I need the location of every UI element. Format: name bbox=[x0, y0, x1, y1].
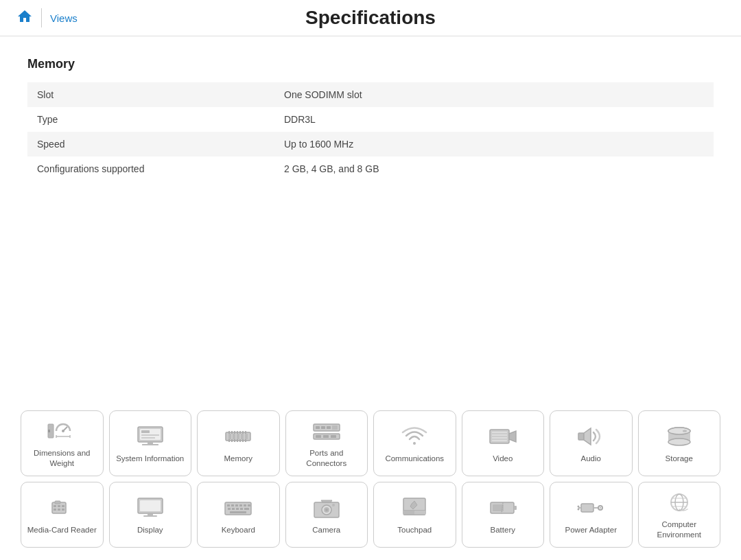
nav-label-storage: Storage bbox=[666, 454, 693, 464]
nav-label-communications: Communications bbox=[385, 454, 444, 464]
svg-rect-1 bbox=[48, 430, 50, 432]
svg-point-43 bbox=[413, 442, 416, 445]
svg-rect-29 bbox=[228, 434, 231, 439]
svg-rect-35 bbox=[316, 426, 320, 429]
nav-label-dimensions-weight: Dimensions and Weight bbox=[25, 448, 99, 469]
display-icon bbox=[134, 495, 167, 521]
section-title: Memory bbox=[27, 57, 714, 71]
nav-item-ports-connectors[interactable]: Ports and Connectors bbox=[285, 410, 368, 476]
svg-rect-73 bbox=[239, 504, 242, 506]
svg-point-102 bbox=[578, 508, 580, 510]
home-icon[interactable] bbox=[16, 8, 33, 27]
svg-rect-96 bbox=[581, 504, 593, 512]
power-adapter-icon bbox=[574, 495, 607, 521]
nav-item-battery[interactable]: Battery bbox=[462, 482, 545, 548]
nav-item-communications[interactable]: Communications bbox=[373, 410, 456, 476]
battery-icon bbox=[486, 495, 519, 521]
svg-rect-60 bbox=[58, 505, 60, 507]
camera-icon bbox=[310, 495, 343, 521]
page-title: Specifications bbox=[305, 7, 436, 29]
svg-rect-41 bbox=[323, 435, 329, 438]
nav-label-touchpad: Touchpad bbox=[397, 525, 432, 535]
svg-rect-17 bbox=[234, 431, 235, 434]
nav-label-camera: Camera bbox=[312, 525, 340, 535]
system-information-icon bbox=[134, 423, 167, 450]
storage-icon bbox=[663, 423, 696, 450]
svg-rect-70 bbox=[227, 504, 230, 506]
nav-item-power-adapter[interactable]: Power Adapter bbox=[550, 482, 633, 548]
keyboard-icon bbox=[222, 495, 255, 521]
spec-value: One SODIMM slot bbox=[274, 82, 714, 107]
nav-item-storage[interactable]: Storage bbox=[638, 410, 721, 476]
nav-label-system-information: System Information bbox=[116, 454, 184, 464]
svg-rect-15 bbox=[228, 431, 230, 434]
svg-rect-10 bbox=[141, 434, 159, 436]
main-content: Memory SlotOne SODIMM slotTypeDDR3LSpeed… bbox=[0, 36, 741, 195]
nav-item-camera[interactable]: Camera bbox=[285, 482, 368, 548]
svg-rect-9 bbox=[141, 430, 150, 433]
nav-item-touchpad[interactable]: Touchpad bbox=[373, 482, 456, 548]
svg-marker-45 bbox=[509, 431, 516, 442]
svg-rect-30 bbox=[233, 434, 235, 439]
svg-rect-16 bbox=[231, 431, 233, 434]
communications-icon bbox=[398, 423, 431, 450]
svg-rect-38 bbox=[332, 425, 338, 430]
svg-rect-11 bbox=[141, 437, 155, 439]
nav-item-video[interactable]: Video bbox=[462, 410, 545, 476]
spec-value: 2 GB, 4 GB, and 8 GB bbox=[274, 156, 714, 181]
svg-rect-67 bbox=[148, 513, 153, 515]
spec-label: Slot bbox=[27, 82, 274, 107]
nav-item-dimensions-weight[interactable]: Dimensions and Weight bbox=[21, 410, 104, 476]
svg-rect-61 bbox=[62, 505, 64, 507]
svg-rect-75 bbox=[248, 504, 250, 506]
svg-rect-72 bbox=[235, 504, 238, 506]
spec-table: SlotOne SODIMM slotTypeDDR3LSpeedUp to 1… bbox=[27, 82, 714, 181]
table-row: SpeedUp to 1600 MHz bbox=[27, 132, 714, 156]
nav-item-system-information[interactable]: System Information bbox=[109, 410, 192, 476]
nav-label-audio: Audio bbox=[581, 454, 601, 464]
nav-item-keyboard[interactable]: Keyboard bbox=[197, 482, 280, 548]
svg-rect-28 bbox=[245, 439, 246, 442]
svg-line-3 bbox=[63, 427, 67, 431]
svg-rect-78 bbox=[236, 508, 239, 510]
computer-environment-icon bbox=[663, 489, 696, 515]
views-link[interactable]: Views bbox=[50, 12, 78, 24]
svg-rect-20 bbox=[242, 431, 244, 434]
header-left: Views bbox=[16, 8, 78, 27]
svg-rect-63 bbox=[58, 509, 60, 511]
svg-rect-93 bbox=[514, 506, 517, 510]
nav-label-battery: Battery bbox=[491, 525, 515, 535]
nav-label-media-card-reader: Media-Card Reader bbox=[27, 525, 97, 535]
svg-point-101 bbox=[578, 505, 580, 507]
svg-rect-68 bbox=[143, 515, 157, 517]
nav-item-display[interactable]: Display bbox=[109, 482, 192, 548]
svg-rect-24 bbox=[234, 439, 235, 442]
touchpad-icon bbox=[398, 495, 431, 521]
svg-rect-90 bbox=[414, 511, 425, 515]
spec-value: DDR3L bbox=[274, 107, 714, 132]
nav-grid-container: Dimensions and Weight System Information… bbox=[0, 404, 741, 560]
nav-row1: Dimensions and Weight System Information… bbox=[21, 410, 720, 476]
svg-rect-13 bbox=[142, 444, 158, 445]
nav-item-computer-environment[interactable]: Computer Environment bbox=[638, 482, 721, 548]
nav-row2: Media-Card Reader Display Keyboard Camer… bbox=[21, 482, 720, 548]
svg-rect-94 bbox=[493, 504, 504, 511]
svg-rect-71 bbox=[231, 504, 234, 506]
svg-rect-89 bbox=[403, 511, 414, 515]
svg-rect-50 bbox=[578, 433, 584, 440]
svg-rect-79 bbox=[240, 508, 243, 510]
nav-item-audio[interactable]: Audio bbox=[550, 410, 633, 476]
nav-item-memory[interactable]: Memory bbox=[197, 410, 280, 476]
svg-rect-18 bbox=[237, 431, 238, 434]
nav-item-media-card-reader[interactable]: Media-Card Reader bbox=[21, 482, 104, 548]
svg-rect-36 bbox=[321, 426, 325, 429]
svg-rect-62 bbox=[54, 509, 56, 511]
svg-rect-32 bbox=[241, 434, 244, 439]
svg-rect-76 bbox=[228, 508, 231, 510]
svg-rect-58 bbox=[55, 501, 60, 504]
svg-rect-59 bbox=[54, 505, 56, 507]
table-row: TypeDDR3L bbox=[27, 107, 714, 132]
svg-rect-19 bbox=[239, 431, 241, 434]
spec-label: Configurations supported bbox=[27, 156, 274, 181]
table-row: Configurations supported2 GB, 4 GB, and … bbox=[27, 156, 714, 181]
